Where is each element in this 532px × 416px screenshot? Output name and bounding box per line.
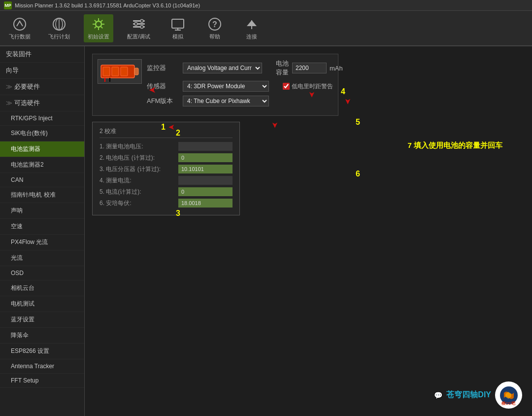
capacity-input[interactable] <box>292 63 327 73</box>
toolbar-flight-data[interactable]: 飞行数据 <box>5 14 34 42</box>
arrow-afm: ➤ <box>270 122 280 128</box>
toolbar: 飞行数据 飞行计划 初始设置 配置/调试 模拟 ? 帮助 连接 <box>0 11 532 46</box>
arrow-1b: ➤ <box>168 123 175 132</box>
calibration-title: 2 校准 <box>100 127 233 138</box>
bottom-logo: 💬 苍穹四轴DIY 模CC吧 <box>434 381 522 409</box>
svg-point-4 <box>96 21 101 27</box>
toolbar-help[interactable]: ? 帮助 <box>201 14 228 42</box>
svg-rect-26 <box>134 68 138 75</box>
cal-input-1[interactable] <box>178 142 233 151</box>
cal-row-5: 5. 电流(计算过): <box>100 187 233 196</box>
sidebar-item-rtk[interactable]: RTK/GPS Inject <box>0 111 84 126</box>
sidebar-item-optical-flow[interactable]: 光流 <box>0 250 84 266</box>
sidebar: 安装固件 向导 ≫ 必要硬件 ≫ 可选硬件 RTK/GPS Inject SiK… <box>0 46 85 416</box>
sidebar-item-mandatory[interactable]: ≫ 必要硬件 <box>0 79 84 95</box>
step-2-badge: 2 <box>176 129 180 138</box>
step-7-annotation: 7 填入使用电池的容量并回车 <box>407 141 502 150</box>
cal-label-2: 2. 电池电压 (计算过): <box>100 154 175 162</box>
toolbar-connect[interactable]: 连接 <box>238 14 265 42</box>
svg-line-9 <box>95 20 97 22</box>
cal-input-2[interactable] <box>178 153 233 162</box>
sidebar-item-parachute[interactable]: 降落伞 <box>0 328 84 344</box>
svg-point-17 <box>134 22 137 25</box>
svg-line-11 <box>101 20 103 22</box>
logo-text-main: 苍穹四轴DIY <box>446 390 491 400</box>
cal-input-3[interactable] <box>178 165 233 173</box>
cal-label-4: 4. 测量电流: <box>100 176 175 185</box>
sidebar-item-battery-monitor[interactable]: 电池监测器 <box>0 141 84 157</box>
logo-circle: 模CC吧 <box>495 381 522 409</box>
cal-label-5: 5. 电流(计算过): <box>100 188 175 196</box>
sidebar-item-can[interactable]: CAN <box>0 173 84 187</box>
sidebar-item-gimbal[interactable]: 相机云台 <box>0 280 84 296</box>
monitor-row: 监控器 Analog Voltage and Curr 电池容量 mAh <box>147 59 343 77</box>
step-5-badge: 5 <box>356 118 360 127</box>
cal-label-6: 6. 安培每伏: <box>100 199 175 208</box>
capacity-section: 电池容量 mAh <box>276 59 343 77</box>
sidebar-item-compass-motor[interactable]: 指南针/电机 校准 <box>0 187 84 203</box>
sidebar-item-osd[interactable]: OSD <box>0 266 84 280</box>
sidebar-item-motor-test[interactable]: 电机测试 <box>0 296 84 312</box>
svg-line-12 <box>95 26 97 28</box>
toolbar-flight-plan[interactable]: 飞行计划 <box>44 14 74 42</box>
app-icon: MP <box>4 1 12 9</box>
calibration-box: 2 校准 1. 测量电池电压: 2. 电池电压 (计算过): 3. 电压分压器 … <box>92 122 240 215</box>
step-6-badge: 6 <box>356 170 360 178</box>
cal-input-6[interactable] <box>178 199 233 208</box>
toolbar-simulation-label: 模拟 <box>172 33 183 40</box>
sidebar-item-antenna-tracker[interactable]: Antenna Tracker <box>0 359 84 374</box>
svg-rect-29 <box>103 67 110 76</box>
wechat-symbol: 💬 <box>434 391 442 399</box>
svg-line-10 <box>101 26 103 28</box>
cal-input-4[interactable] <box>178 176 233 185</box>
help-icon: ? <box>207 16 223 32</box>
sidebar-item-battery-monitor2[interactable]: 电池监测器2 <box>0 157 84 173</box>
toolbar-config[interactable]: 配置/调试 <box>123 14 154 42</box>
flight-data-icon <box>12 16 28 32</box>
connect-icon <box>244 16 260 32</box>
toolbar-connect-label: 连接 <box>246 33 257 40</box>
simulation-icon <box>170 16 186 32</box>
sidebar-item-audio[interactable]: 声呐 <box>0 203 84 219</box>
sidebar-item-airspeed[interactable]: 空速 <box>0 219 84 235</box>
arrow-5: ➤ <box>343 98 353 104</box>
content-area: 监控器 Analog Voltage and Curr 电池容量 mAh <box>85 46 532 416</box>
main-layout: 安装固件 向导 ≫ 必要硬件 ≫ 可选硬件 RTK/GPS Inject SiK… <box>0 46 532 416</box>
sidebar-item-bluetooth[interactable]: 蓝牙设置 <box>0 312 84 328</box>
arrow-1: ➤ <box>149 85 156 96</box>
svg-rect-19 <box>172 19 184 28</box>
sensor-select[interactable]: 4: 3DR Power Module <box>183 81 269 92</box>
step-1-badge: 1 <box>161 123 166 132</box>
initial-setup-icon <box>91 16 106 32</box>
svg-rect-31 <box>121 67 128 76</box>
step-3-label: 3 <box>176 209 180 218</box>
toolbar-initial-setup-label: 初始设置 <box>88 33 109 40</box>
low-battery-checkbox[interactable] <box>283 83 290 90</box>
cal-input-5[interactable] <box>178 187 233 196</box>
svg-text:模CC吧: 模CC吧 <box>501 401 516 406</box>
toolbar-help-label: 帮助 <box>209 33 220 40</box>
svg-point-16 <box>140 19 143 22</box>
monitor-select[interactable]: Analog Voltage and Curr <box>183 63 262 73</box>
toolbar-simulation[interactable]: 模拟 <box>164 14 191 42</box>
sidebar-item-esp8266[interactable]: ESP8266 设置 <box>0 344 84 359</box>
titlebar: MP Mission Planner 1.3.62 build 1.3.6917… <box>0 0 532 11</box>
sidebar-item-install-firmware[interactable]: 安装固件 <box>0 46 84 63</box>
sidebar-item-optional[interactable]: ≫ 可选硬件 <box>0 95 84 111</box>
afm-select[interactable]: 4: The Cube or Pixhawk <box>183 96 269 106</box>
cal-row-4: 4. 测量电流: <box>100 176 233 185</box>
sidebar-item-px4flow[interactable]: PX4Flow 光流 <box>0 235 84 250</box>
cal-label-3: 3. 电压分压器 (计算过): <box>100 165 175 173</box>
svg-point-18 <box>140 25 143 28</box>
battery-panel: 监控器 Analog Voltage and Curr 电池容量 mAh <box>92 54 338 116</box>
capacity-unit: mAh <box>330 65 343 72</box>
arrow-4: ➤ <box>307 91 317 98</box>
afm-label: AFM版本 <box>147 97 179 105</box>
toolbar-flight-plan-label: 飞行计划 <box>48 33 70 40</box>
toolbar-initial-setup[interactable]: 初始设置 <box>84 14 113 42</box>
sidebar-item-wizard[interactable]: 向导 <box>0 63 84 79</box>
sidebar-item-sik[interactable]: SiK电台(数传) <box>0 126 84 141</box>
svg-rect-30 <box>112 67 119 76</box>
flight-plan-icon <box>51 16 67 32</box>
sidebar-item-fft[interactable]: FFT Setup <box>0 374 84 388</box>
